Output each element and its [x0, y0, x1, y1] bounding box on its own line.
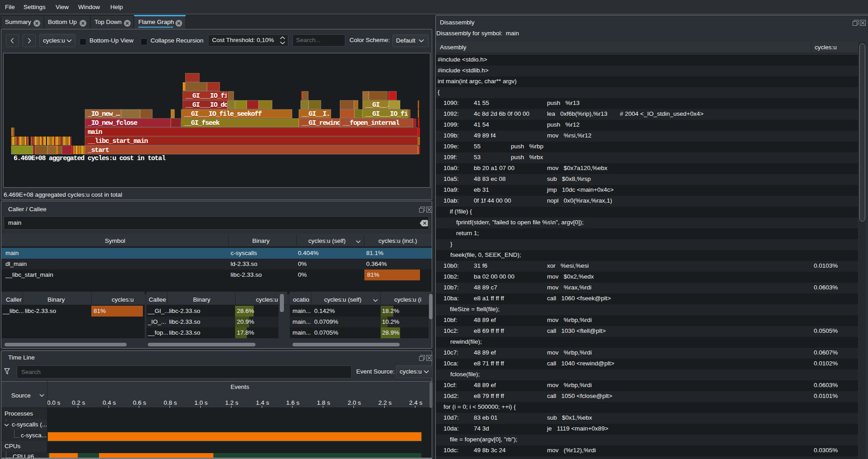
svg-text:__GI__I.: __GI__I. [301, 110, 330, 118]
svg-text:__libc_start_main: __libc_start_main [87, 137, 148, 145]
svg-text:__GI_fseek: __GI_fseek [184, 119, 220, 127]
svg-text:__GI___IO_file_seekoff: __GI___IO_file_seekoff [184, 110, 262, 118]
svg-text:__GI__.: __GI__. [365, 101, 390, 109]
svg-text:_IO_new_…: _IO_new_… [87, 110, 120, 118]
svg-text:main: main [88, 128, 102, 136]
svg-text:__GI_rewinc: __GI_rewinc [301, 119, 341, 127]
svg-text:__GI___IO_file: __GI___IO_file [365, 110, 415, 118]
svg-text:__GI___IO_fil: __GI___IO_fil [185, 92, 232, 100]
svg-text:__fopen_internal: __fopen_internal [342, 119, 400, 127]
svg-text:6.469E+08 aggregated cycles:u: 6.469E+08 aggregated cycles:u cost in to… [14, 155, 166, 162]
svg-text:_IO_new_fclose: _IO_new_fclose [87, 119, 137, 127]
svg-text:_start: _start [87, 147, 109, 154]
